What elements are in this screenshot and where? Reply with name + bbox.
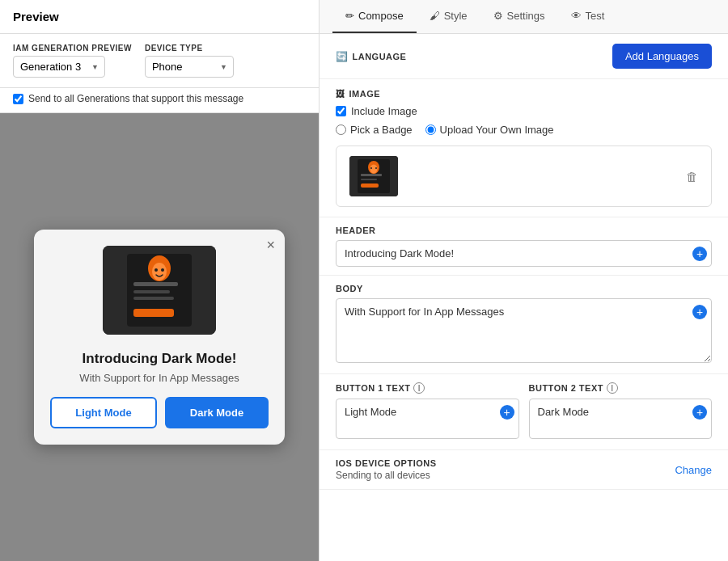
delete-image-button[interactable]: 🗑	[686, 170, 698, 183]
language-section: 🔄 LANGUAGE Add Languages	[320, 34, 728, 79]
send-to-all-label: Send to all Generations that support thi…	[28, 93, 243, 104]
button2-field-wrap: Dark Mode +	[529, 399, 713, 441]
iam-generation-label: IAM GENERATION PREVIEW	[13, 44, 132, 53]
body-textarea[interactable]: With Support for In App Messages	[336, 298, 712, 363]
header-input[interactable]	[336, 240, 712, 267]
radio-pick-badge[interactable]: Pick a Badge	[336, 124, 413, 136]
tab-settings[interactable]: ⚙ Settings	[480, 0, 558, 33]
header-field-wrap: +	[336, 240, 712, 267]
button2-field-group: BUTTON 2 TEXT i Dark Mode +	[529, 382, 713, 441]
modal-card: ×	[34, 230, 285, 445]
svg-rect-3	[133, 290, 170, 293]
svg-point-8	[154, 268, 158, 272]
language-icon: 🔄	[336, 51, 349, 62]
device-type-control: DEVICE TYPE Phone Tablet	[145, 44, 234, 78]
tab-compose[interactable]: ✏ Compose	[332, 0, 417, 33]
generation-select-wrap: Generation 3 Generation 2 Generation 1	[13, 56, 105, 78]
radio-upload-image-input[interactable]	[425, 124, 436, 135]
include-image-row: Include Image	[336, 105, 712, 117]
device-select[interactable]: Phone Tablet	[145, 56, 234, 78]
button1-textarea[interactable]: Light Mode	[336, 399, 519, 439]
preview-controls: IAM GENERATION PREVIEW Generation 3 Gene…	[0, 34, 319, 88]
button2-label: BUTTON 2 TEXT i	[529, 382, 713, 394]
style-icon: 🖌	[430, 10, 440, 22]
button1-field-wrap: Light Mode +	[336, 399, 519, 441]
panel-title: Preview	[0, 0, 319, 34]
image-type-radio-group: Pick a Badge Upload Your Own Image	[336, 124, 712, 136]
svg-point-7	[152, 263, 167, 280]
svg-rect-12	[361, 174, 382, 176]
ios-section: IOS DEVICE OPTIONS Sending to all device…	[320, 450, 728, 490]
modal-image-area	[34, 230, 285, 343]
image-section-header: 🖼 IMAGE	[336, 89, 712, 99]
iam-generation-control: IAM GENERATION PREVIEW Generation 3 Gene…	[13, 44, 132, 78]
radio-upload-image[interactable]: Upload Your Own Image	[425, 124, 554, 136]
test-icon: 👁	[571, 10, 582, 22]
svg-rect-4	[133, 297, 174, 300]
send-to-all-row: Send to all Generations that support thi…	[0, 88, 319, 113]
right-content: 🔄 LANGUAGE Add Languages 🖼 IMAGE Include…	[320, 34, 728, 561]
modal-close-button[interactable]: ×	[266, 238, 275, 252]
button1-field-group: BUTTON 1 TEXT i Light Mode +	[336, 382, 519, 441]
svg-rect-2	[133, 282, 178, 286]
tabs-bar: ✏ Compose 🖌 Style ⚙ Settings 👁 Test	[320, 0, 728, 34]
button2-textarea[interactable]: Dark Mode	[529, 399, 713, 439]
body-field-wrap: With Support for In App Messages +	[336, 298, 712, 365]
include-image-label: Include Image	[351, 105, 417, 117]
preview-area: ×	[0, 113, 319, 561]
button1-info-icon[interactable]: i	[413, 382, 425, 394]
button1-label: BUTTON 1 TEXT i	[336, 382, 519, 394]
device-select-wrap: Phone Tablet	[145, 56, 234, 78]
svg-point-17	[370, 167, 372, 169]
modal-subtitle: With Support for In App Messages	[50, 372, 269, 384]
header-label: HEADER	[336, 226, 712, 235]
svg-rect-5	[133, 309, 174, 317]
ios-section-subtitle: Sending to all devices	[336, 470, 437, 481]
header-section: HEADER +	[320, 217, 728, 276]
generation-select[interactable]: Generation 3 Generation 2 Generation 1	[13, 56, 105, 78]
include-image-checkbox[interactable]	[336, 106, 346, 116]
settings-icon: ⚙	[493, 10, 503, 22]
tab-style[interactable]: 🖌 Style	[417, 0, 480, 33]
svg-point-9	[161, 268, 164, 272]
modal-body: Introducing Dark Mode! With Support for …	[34, 343, 285, 445]
modal-buttons: Light Mode Dark Mode	[50, 397, 269, 428]
modal-title: Introducing Dark Mode!	[50, 351, 269, 367]
ios-section-left: IOS DEVICE OPTIONS Sending to all device…	[336, 458, 437, 481]
button-fields-row: BUTTON 1 TEXT i Light Mode + BUTTON 2 TE…	[320, 374, 728, 450]
image-header-icon: 🖼	[336, 89, 345, 99]
svg-rect-13	[361, 179, 377, 180]
dark-mode-button[interactable]: Dark Mode	[165, 397, 269, 428]
image-section: 🖼 IMAGE Include Image Pick a Badge Uploa…	[320, 79, 728, 217]
light-mode-button[interactable]: Light Mode	[50, 397, 157, 428]
svg-point-16	[370, 165, 378, 174]
header-add-button[interactable]: +	[692, 247, 707, 261]
add-languages-button[interactable]: Add Languages	[612, 44, 712, 69]
right-panel: ✏ Compose 🖌 Style ⚙ Settings 👁 Test 🔄 LA…	[320, 0, 728, 561]
body-label: BODY	[336, 284, 712, 293]
modal-image-placeholder	[103, 246, 216, 335]
image-thumbnail	[349, 156, 398, 196]
button2-add-button[interactable]: +	[692, 405, 707, 420]
compose-icon: ✏	[345, 10, 354, 22]
body-add-button[interactable]: +	[692, 305, 707, 319]
radio-pick-badge-input[interactable]	[336, 124, 346, 135]
body-section: BODY With Support for In App Messages +	[320, 276, 728, 374]
tab-test[interactable]: 👁 Test	[558, 0, 618, 33]
language-label: 🔄 LANGUAGE	[336, 51, 406, 62]
button2-info-icon[interactable]: i	[607, 382, 618, 394]
svg-rect-14	[361, 183, 379, 188]
ios-section-title: IOS DEVICE OPTIONS	[336, 458, 437, 468]
send-to-all-checkbox[interactable]	[13, 94, 23, 104]
ios-change-link[interactable]: Change	[675, 464, 712, 476]
device-type-label: DEVICE TYPE	[145, 44, 234, 53]
button1-add-button[interactable]: +	[500, 405, 514, 420]
svg-point-18	[375, 167, 377, 169]
image-preview-box: 🗑	[336, 146, 712, 207]
left-panel: Preview IAM GENERATION PREVIEW Generatio…	[0, 0, 320, 561]
